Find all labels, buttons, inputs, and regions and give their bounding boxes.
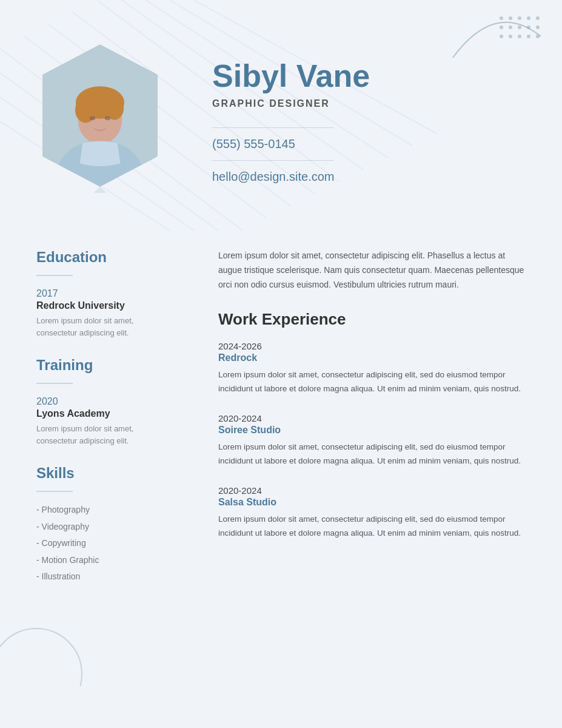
svg-line-6 xyxy=(146,0,388,158)
svg-point-20 xyxy=(527,25,530,29)
skills-list: - Photography - Videography - Copywritin… xyxy=(36,504,170,583)
skill-item-3: - Copywriting xyxy=(36,538,170,550)
left-sidebar: Education 2017 Redrock University Lorem … xyxy=(0,231,194,625)
training-year: 2020 xyxy=(36,396,170,407)
education-section: Education 2017 Redrock University Lorem … xyxy=(36,249,170,339)
skill-item-2: - Videography xyxy=(36,521,170,533)
avatar-hexagon xyxy=(36,42,164,188)
avatar-container xyxy=(36,42,176,200)
svg-point-18 xyxy=(509,25,512,29)
top-right-deco xyxy=(441,6,550,61)
main-body: Education 2017 Redrock University Lorem … xyxy=(0,231,562,650)
skills-divider xyxy=(36,491,73,492)
svg-point-15 xyxy=(527,16,530,20)
svg-point-24 xyxy=(518,35,521,38)
svg-point-36 xyxy=(90,116,96,120)
svg-point-21 xyxy=(536,25,540,29)
work-company-1: Redrock xyxy=(218,352,526,363)
svg-point-14 xyxy=(518,16,521,20)
skill-item-4: - Motion Graphic xyxy=(36,554,170,567)
skill-item-1: - Photography xyxy=(36,504,170,516)
work-years-2: 2020-2024 xyxy=(218,413,526,423)
svg-point-17 xyxy=(500,25,503,29)
education-institution: Redrock University xyxy=(36,300,170,311)
education-divider xyxy=(36,275,73,276)
work-description-2: Lorem ipsum dolor sit amet, consectetur … xyxy=(218,440,526,468)
training-section: Training 2020 Lyons Academy Lorem ipsum … xyxy=(36,357,170,447)
work-description-1: Lorem ipsum dolor sit amet, consectetur … xyxy=(218,368,526,396)
svg-point-16 xyxy=(536,16,540,20)
work-entry-3: 2020-2024 Salsa Studio Lorem ipsum dolor… xyxy=(218,485,526,541)
svg-point-23 xyxy=(509,35,512,38)
training-title: Training xyxy=(36,357,170,374)
training-description: Lorem ipsum dolor sit amet, consectetur … xyxy=(36,423,170,447)
education-year: 2017 xyxy=(36,288,170,299)
work-description-3: Lorem ipsum dolor sit amet, consectetur … xyxy=(218,513,526,541)
work-entry-2: 2020-2024 Soiree Studio Lorem ipsum dolo… xyxy=(218,413,526,468)
svg-point-25 xyxy=(527,35,530,38)
svg-point-12 xyxy=(500,16,503,20)
svg-line-8 xyxy=(194,0,437,133)
work-company-3: Salsa Studio xyxy=(218,497,526,508)
education-description: Lorem ipsum dolor sit amet, consectetur … xyxy=(36,315,170,339)
header-section: Sibyl Vane GRAPHIC DESIGNER (555) 555-01… xyxy=(0,0,562,231)
education-title: Education xyxy=(36,249,170,266)
skill-item-5: - Illustration xyxy=(36,571,170,583)
work-company-2: Soiree Studio xyxy=(218,425,526,436)
training-institution: Lyons Academy xyxy=(36,408,170,419)
svg-point-22 xyxy=(500,35,503,38)
svg-point-39 xyxy=(0,629,82,686)
work-years-3: 2020-2024 xyxy=(218,485,526,496)
training-divider xyxy=(36,383,73,384)
skills-title: Skills xyxy=(36,465,170,482)
skills-section: Skills - Photography - Videography - Cop… xyxy=(36,465,170,583)
svg-point-19 xyxy=(518,25,521,29)
svg-marker-38 xyxy=(89,186,112,193)
svg-point-13 xyxy=(509,16,512,20)
resume-page: Sibyl Vane GRAPHIC DESIGNER (555) 555-01… xyxy=(0,0,562,728)
svg-point-26 xyxy=(536,35,540,38)
right-content: Lorem ipsum dolor sit amet, consectetur … xyxy=(194,231,562,625)
work-entry-1: 2024-2026 Redrock Lorem ipsum dolor sit … xyxy=(218,341,526,396)
work-experience-title: Work Experience xyxy=(218,310,526,329)
work-years-1: 2024-2026 xyxy=(218,341,526,351)
footer-deco xyxy=(0,650,562,686)
svg-line-7 xyxy=(170,0,412,146)
intro-text: Lorem ipsum dolor sit amet, consectetur … xyxy=(218,249,526,292)
svg-point-37 xyxy=(105,116,111,120)
